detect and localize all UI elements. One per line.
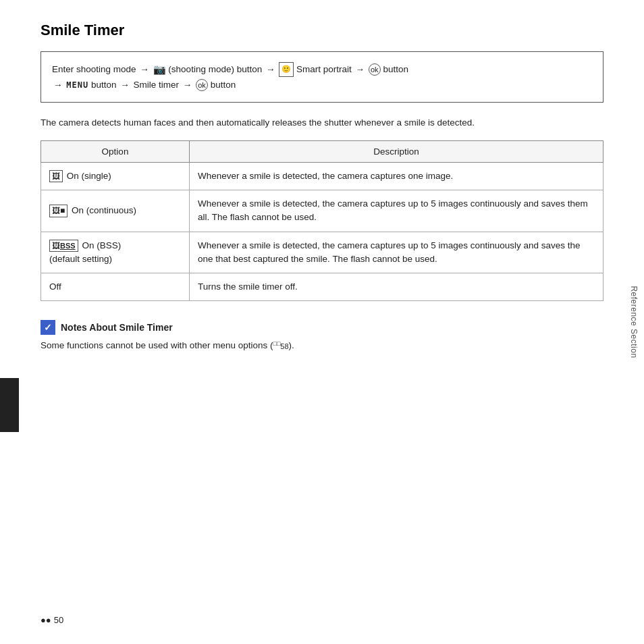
table-row: 🖼■ On (continuous) Whenever a smile is d… (41, 190, 603, 232)
bullet-icon: ●● (41, 615, 51, 625)
ok-button-icon: ok (369, 63, 381, 76)
notes-title: Notes About Smile Timer (61, 322, 173, 333)
ref-page: □□58 (273, 340, 288, 352)
option-on-continuous: 🖼■ On (continuous) (41, 190, 190, 232)
page-title: Smile Timer (41, 22, 603, 39)
ok-button-icon-2: ok (196, 79, 208, 91)
option-off: Off (41, 273, 190, 301)
checkmark-icon: ✓ (41, 320, 55, 335)
page-content: Smile Timer Enter shooting mode → 📷 (sho… (0, 0, 644, 380)
smart-portrait-icon: 🙂 (279, 62, 294, 77)
desc-on-single: Whenever a smile is detected, the camera… (190, 162, 603, 190)
intro-text: The camera detects human faces and then … (41, 116, 603, 130)
camera-icon: 📷 (153, 63, 166, 75)
side-tab (0, 378, 19, 432)
option-on-single: 🖼 On (single) (41, 162, 190, 190)
notes-header: ✓ Notes About Smile Timer (41, 320, 603, 335)
notes-body: Some functions cannot be used with other… (41, 339, 603, 352)
page-num: 50 (54, 615, 63, 625)
options-table: Option Description 🖼 On (single) Wheneve… (41, 140, 603, 302)
option-on-bss: 🖼BSS On (BSS)(default setting) (41, 232, 190, 273)
desc-on-bss: Whenever a smile is detected, the camera… (190, 232, 603, 273)
notes-section: ✓ Notes About Smile Timer Some functions… (41, 320, 603, 352)
page-number-area: ●● 50 (41, 615, 63, 625)
on-continuous-icon: 🖼■ (49, 205, 68, 217)
table-row: 🖼 On (single) Whenever a smile is detect… (41, 162, 603, 190)
nav-box: Enter shooting mode → 📷 (shooting mode) … (41, 51, 603, 103)
desc-off: Turns the smile timer off. (190, 273, 603, 301)
menu-icon: MENU (66, 80, 88, 90)
col-header-description: Description (190, 140, 603, 162)
nav-text: Enter shooting mode → 📷 (shooting mode) … (52, 64, 408, 90)
col-header-option: Option (41, 140, 190, 162)
on-bss-icon: 🖼BSS (49, 240, 78, 252)
table-row: Off Turns the smile timer off. (41, 273, 603, 301)
on-single-icon: 🖼 (49, 170, 63, 182)
table-row: 🖼BSS On (BSS)(default setting) Whenever … (41, 232, 603, 273)
desc-on-continuous: Whenever a smile is detected, the camera… (190, 190, 603, 232)
